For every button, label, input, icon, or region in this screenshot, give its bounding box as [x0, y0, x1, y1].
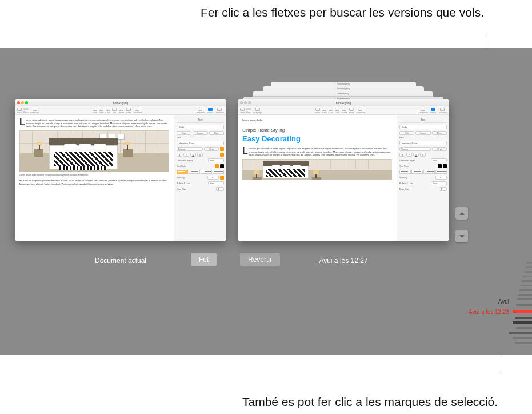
timeline-tick-selected[interactable] — [513, 310, 532, 313]
toolbar-collaborate[interactable]: Collaborate — [195, 108, 205, 114]
seg-more[interactable]: More — [432, 131, 447, 135]
font-size-field[interactable]: 11 pt — [204, 147, 219, 151]
paragraph-style-select[interactable]: Body⌄ — [399, 125, 447, 129]
seg-more[interactable]: More — [209, 131, 224, 135]
toolbar-insert[interactable]: Insert — [315, 108, 320, 114]
inline-image-bedroom[interactable] — [242, 159, 392, 180]
align-center-button[interactable] — [411, 170, 423, 174]
toolbar-shape[interactable]: Shape — [118, 108, 124, 114]
font-weight-select[interactable]: Regular — [399, 147, 431, 151]
stepper-icon[interactable] — [220, 147, 224, 151]
align-right-button[interactable] — [201, 170, 212, 174]
toolbar-text[interactable]: Text — [335, 108, 339, 114]
toolbar-text[interactable]: Text — [112, 108, 117, 114]
revert-button[interactable]: Revertir — [240, 253, 280, 266]
timeline-tick[interactable] — [525, 266, 532, 268]
spacing-value[interactable]: 1.1 — [207, 176, 219, 180]
document-page[interactable]: Lorem ipsum dolor sit amet, ligula suspe… — [15, 115, 174, 241]
toolbar-chart[interactable]: Chart — [106, 108, 111, 114]
inspector-tab-text[interactable]: Text — [399, 117, 447, 123]
bold-button[interactable]: B — [177, 153, 182, 157]
document-page[interactable]: Lorem Ipsum Dolor Simple Home Styling Ea… — [238, 115, 397, 241]
textcolor-swatch[interactable] — [438, 164, 442, 168]
style-options-icon[interactable] — [220, 153, 224, 157]
timeline-tick[interactable] — [515, 342, 532, 344]
toolbar-document[interactable]: Document — [215, 108, 224, 114]
timeline-tick[interactable] — [513, 337, 532, 339]
font-size-field[interactable]: 11 pt — [432, 147, 447, 151]
timeline-tick[interactable] — [509, 332, 532, 334]
spacing-value[interactable]: 1.1 — [435, 176, 447, 180]
timeline-tick[interactable] — [513, 321, 532, 324]
toolbar-format[interactable]: Format — [207, 108, 213, 114]
align-right-button[interactable] — [423, 170, 435, 174]
timeline-tick[interactable] — [519, 289, 532, 291]
italic-button[interactable]: I — [406, 153, 412, 157]
timeline-tick[interactable] — [516, 327, 532, 329]
textcolor-swatch[interactable] — [215, 164, 219, 168]
italic-button[interactable]: I — [183, 153, 189, 157]
timeline-tick[interactable] — [526, 262, 532, 264]
seg-layout[interactable]: Layout — [193, 131, 207, 135]
timeline-tick[interactable] — [522, 280, 532, 282]
seg-style[interactable]: Style — [177, 131, 191, 135]
previous-version-window[interactable]: homestyling View 125%Zoom Add Page Inser… — [238, 99, 449, 241]
textcolor-picker-icon[interactable] — [443, 164, 447, 168]
done-button[interactable]: Fet — [191, 253, 217, 266]
font-family-select[interactable]: Helvetica Neue⌄ — [177, 141, 224, 145]
version-nav-up-button[interactable] — [455, 207, 468, 220]
font-weight-select[interactable]: Regular — [177, 147, 203, 151]
align-justify-button[interactable] — [435, 170, 447, 174]
seg-style[interactable]: Style — [399, 131, 414, 135]
toolbar-insert[interactable]: Insert — [92, 108, 97, 114]
toolbar-media[interactable]: Media — [126, 108, 131, 114]
timeline-tick[interactable] — [524, 271, 532, 273]
timeline-tick[interactable] — [521, 285, 532, 286]
timeline-tick[interactable] — [516, 304, 532, 306]
align-left-button[interactable] — [177, 170, 188, 174]
toolbar-collaborate[interactable]: Collaborate — [418, 108, 428, 114]
textcolor-picker-icon[interactable] — [220, 164, 224, 168]
toolbar-document[interactable]: Document — [438, 108, 447, 114]
charstyles-select[interactable]: None — [431, 158, 447, 162]
toolbar-media[interactable]: Media — [349, 108, 354, 114]
toolbar-table[interactable]: Table — [99, 108, 103, 114]
timeline-tick[interactable] — [518, 294, 532, 296]
inspector-tab-text[interactable]: Text — [177, 117, 224, 123]
bullets-select[interactable]: None — [208, 181, 224, 185]
toolbar-zoom[interactable]: 125%Zoom — [246, 108, 251, 113]
timeline-tick[interactable] — [515, 317, 532, 319]
current-document-window[interactable]: homestyling View 125%Zoom Add Page Inser… — [15, 99, 226, 241]
toolbar-table[interactable]: Table — [322, 108, 326, 114]
align-center-button[interactable] — [189, 170, 200, 174]
strike-button[interactable]: S — [420, 153, 426, 157]
seg-layout[interactable]: Layout — [415, 131, 430, 135]
toolbar-view[interactable]: View — [17, 108, 22, 114]
toolbar-comment[interactable]: Comment — [133, 108, 142, 114]
version-nav-down-button[interactable] — [455, 230, 468, 242]
toolbar-shape[interactable]: Shape — [341, 108, 347, 114]
align-left-button[interactable] — [399, 170, 411, 174]
underline-button[interactable]: U — [413, 153, 419, 157]
font-family-select[interactable]: Helvetica Neue⌄ — [399, 141, 447, 145]
inline-image-bedroom[interactable] — [19, 130, 169, 172]
bullets-select[interactable]: None — [431, 181, 447, 185]
bold-button[interactable]: B — [399, 153, 405, 157]
toolbar-chart[interactable]: Chart — [329, 108, 334, 114]
toolbar-addpage[interactable]: Add Page — [30, 108, 39, 114]
toolbar-view[interactable]: View — [240, 108, 245, 114]
timeline-tick[interactable] — [517, 298, 532, 300]
dropcap-select[interactable]: A — [216, 187, 224, 191]
timeline-tick[interactable] — [523, 276, 532, 277]
underline-button[interactable]: U — [190, 153, 196, 157]
toolbar-format[interactable]: Format — [430, 108, 436, 114]
toolbar-zoom[interactable]: 125%Zoom — [23, 108, 29, 113]
strike-button[interactable]: S — [197, 153, 203, 157]
toolbar-comment[interactable]: Comment — [356, 108, 365, 114]
paragraph-style-select[interactable]: Body⌄ — [177, 125, 224, 129]
dropcap-select[interactable]: A — [439, 187, 447, 191]
charstyles-select[interactable]: None — [208, 158, 224, 162]
toolbar-addpage[interactable]: Add Page — [253, 108, 262, 114]
stepper-icon[interactable] — [220, 176, 224, 180]
align-justify-button[interactable] — [213, 170, 224, 174]
